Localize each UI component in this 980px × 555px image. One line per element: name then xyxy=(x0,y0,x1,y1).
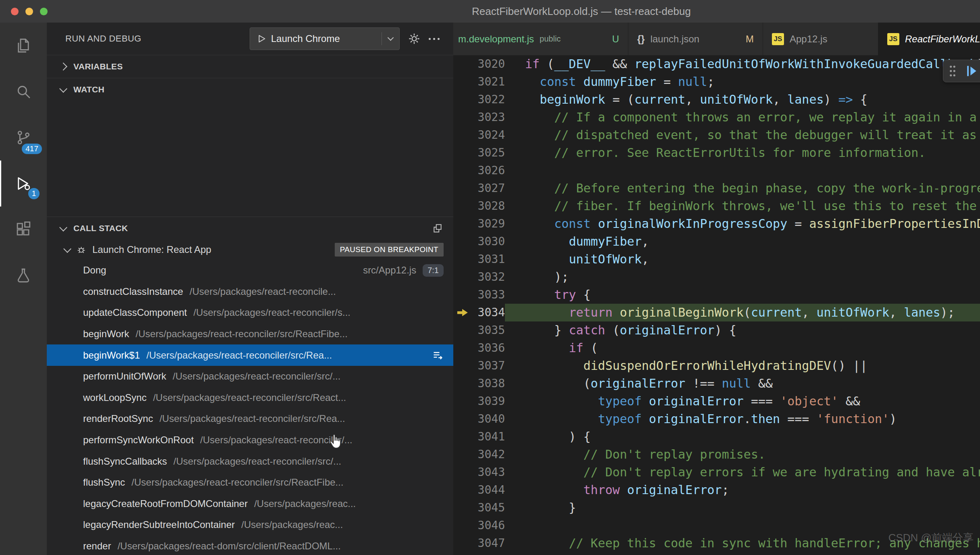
more-actions-button[interactable] xyxy=(429,38,440,40)
code-text[interactable]: // corresponding changes there. xyxy=(505,552,980,555)
breakpoint-gutter[interactable] xyxy=(457,321,471,339)
call-stack-frame[interactable]: workLoopSync/Users/packages/react-reconc… xyxy=(47,387,453,409)
breakpoint-gutter[interactable] xyxy=(457,339,471,357)
line-number[interactable]: 3031 xyxy=(471,250,505,268)
copy-call-stack-button[interactable] xyxy=(432,223,443,234)
code-text[interactable]: throw originalError; xyxy=(505,481,980,499)
code-text[interactable]: // If a component throws an error, we re… xyxy=(505,108,980,126)
call-stack-frame[interactable]: Dongsrc/App12.js7:1 xyxy=(47,260,453,281)
line-number[interactable]: 3027 xyxy=(471,179,505,197)
breakpoint-gutter[interactable] xyxy=(457,73,471,91)
line-number[interactable]: 3045 xyxy=(471,499,505,517)
code-text[interactable]: // Don't replay promises. xyxy=(505,446,980,463)
editor-tab[interactable]: {}launch.jsonM xyxy=(628,23,763,55)
restart-frame-icon[interactable] xyxy=(432,350,444,361)
line-number[interactable]: 3039 xyxy=(471,392,505,410)
code-text[interactable]: // Don't replay errors if we are hydrati… xyxy=(505,463,980,481)
breakpoint-gutter[interactable] xyxy=(457,375,471,392)
line-number[interactable]: 3037 xyxy=(471,357,505,375)
call-stack-frame[interactable]: flushSyncCallbacks/Users/packages/react-… xyxy=(47,451,453,472)
call-stack-frame[interactable]: beginWork/Users/packages/react-reconcile… xyxy=(47,323,453,345)
debug-settings-button[interactable] xyxy=(408,32,421,45)
breakpoint-gutter[interactable] xyxy=(457,534,471,552)
code-text[interactable]: didSuspendOrErrorWhileHydratingDEV() || xyxy=(505,357,980,375)
call-stack-frame[interactable]: performSyncWorkOnRoot/Users/packages/rea… xyxy=(47,430,453,451)
line-number[interactable]: 3035 xyxy=(471,321,505,339)
line-number[interactable]: 3048 xyxy=(471,552,505,555)
call-stack-frame[interactable]: constructClassInstance/Users/packages/re… xyxy=(47,281,453,303)
activity-item-explorer[interactable] xyxy=(0,23,47,69)
section-call-stack[interactable]: CALL STACK xyxy=(47,217,453,240)
call-stack-frame[interactable]: renderRootSync/Users/packages/react-reco… xyxy=(47,408,453,430)
line-number[interactable]: 3030 xyxy=(471,233,505,250)
code-text[interactable]: return originalBeginWork(current, unitOf… xyxy=(505,304,980,321)
code-text[interactable]: (originalError !== null && xyxy=(505,375,980,392)
breakpoint-gutter[interactable] xyxy=(457,552,471,555)
close-window-button[interactable] xyxy=(11,8,19,15)
breakpoint-gutter[interactable] xyxy=(457,162,471,179)
line-number[interactable]: 3032 xyxy=(471,268,505,286)
line-number[interactable]: 3020 xyxy=(471,55,505,73)
breakpoint-gutter[interactable] xyxy=(457,250,471,268)
line-number[interactable]: 3033 xyxy=(471,286,505,304)
code-text[interactable]: const dummyFiber = null; xyxy=(505,73,980,91)
code-text[interactable]: // dispatched event, so that the debugge… xyxy=(505,126,980,144)
line-number[interactable]: 3026 xyxy=(471,162,505,179)
line-number[interactable]: 3024 xyxy=(471,126,505,144)
breakpoint-gutter[interactable] xyxy=(457,499,471,517)
call-stack-frame[interactable]: performUnitOfWork/Users/packages/react-r… xyxy=(47,366,453,387)
line-number[interactable]: 3022 xyxy=(471,91,505,108)
breakpoint-gutter[interactable] xyxy=(457,392,471,410)
code-text[interactable]: unitOfWork, xyxy=(505,250,980,268)
code-text[interactable]: // Before entering the begin phase, copy… xyxy=(505,179,980,197)
line-number[interactable]: 3047 xyxy=(471,534,505,552)
editor-tab[interactable]: JSApp12.js xyxy=(763,23,878,55)
call-stack-frame[interactable]: render/Users/packages/react-dom/src/clie… xyxy=(47,536,453,555)
code-text[interactable]: if (__DEV__ && replayFailedUnitOfWorkWit… xyxy=(505,55,980,73)
line-number[interactable]: 3046 xyxy=(471,517,505,534)
minimize-window-button[interactable] xyxy=(25,8,33,15)
breakpoint-gutter[interactable] xyxy=(457,446,471,463)
continue-button[interactable] xyxy=(963,63,979,79)
call-stack-frame[interactable]: flushSync/Users/packages/react-reconcile… xyxy=(47,472,453,493)
breakpoint-gutter[interactable] xyxy=(457,144,471,162)
code-text[interactable]: beginWork = (current, unitOfWork, lanes)… xyxy=(505,91,980,108)
breakpoint-gutter[interactable] xyxy=(457,410,471,428)
code-text[interactable]: const originalWorkInProgressCopy = assig… xyxy=(505,215,980,233)
line-number[interactable]: 3042 xyxy=(471,446,505,463)
breakpoint-gutter[interactable] xyxy=(457,55,471,73)
code-text[interactable]: typeof originalError.then === 'function'… xyxy=(505,410,980,428)
code-text[interactable]: ); xyxy=(505,268,980,286)
activity-item-source-control[interactable]: 417 xyxy=(0,115,47,161)
editor-tab[interactable]: m.development.jspublicU xyxy=(453,23,628,55)
call-stack-frame[interactable]: legacyCreateRootFromDOMContainer/Users/p… xyxy=(47,493,453,515)
code-text[interactable]: ) { xyxy=(505,428,980,446)
breakpoint-gutter[interactable] xyxy=(457,91,471,108)
line-number[interactable]: 3025 xyxy=(471,144,505,162)
breakpoint-gutter[interactable] xyxy=(457,268,471,286)
breakpoint-gutter[interactable] xyxy=(457,428,471,446)
breakpoint-gutter[interactable] xyxy=(457,179,471,197)
maximize-window-button[interactable] xyxy=(40,8,48,15)
breakpoint-gutter[interactable] xyxy=(457,233,471,250)
code-text[interactable]: typeof originalError === 'object' && xyxy=(505,392,980,410)
editor-tab[interactable]: JSReactFiberWorkLoop.old.js xyxy=(878,23,980,55)
line-number[interactable]: 3021 xyxy=(471,73,505,91)
drag-grip-icon[interactable] xyxy=(949,65,956,77)
section-watch[interactable]: WATCH xyxy=(47,78,453,101)
breakpoint-gutter[interactable] xyxy=(457,463,471,481)
launch-config-select[interactable]: Launch Chrome xyxy=(250,27,400,50)
breakpoint-gutter[interactable] xyxy=(457,517,471,534)
code-text[interactable]: // error. See ReactErrorUtils for more i… xyxy=(505,144,980,162)
breakpoint-gutter[interactable] xyxy=(457,197,471,215)
breakpoint-gutter[interactable] xyxy=(457,286,471,304)
breakpoint-gutter[interactable] xyxy=(457,108,471,126)
code-text[interactable]: } catch (originalError) { xyxy=(505,321,980,339)
line-number[interactable]: 3043 xyxy=(471,463,505,481)
breakpoint-gutter[interactable] xyxy=(457,126,471,144)
call-stack-frame[interactable]: updateClassComponent/Users/packages/reac… xyxy=(47,302,453,323)
line-number[interactable]: 3034 xyxy=(471,304,505,321)
code-text[interactable] xyxy=(505,162,980,179)
line-number[interactable]: 3038 xyxy=(471,375,505,392)
code-text[interactable]: try { xyxy=(505,286,980,304)
